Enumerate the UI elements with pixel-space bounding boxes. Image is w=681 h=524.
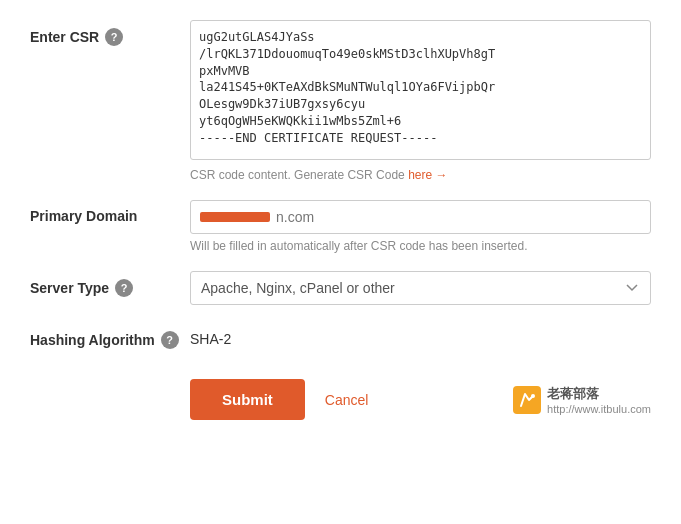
form-actions: Submit Cancel 老蒋部落 http://www.itbulu.com	[190, 379, 651, 420]
submit-button[interactable]: Submit	[190, 379, 305, 420]
csr-textarea[interactable]: ugG2utGLAS4JYaSs /lrQKL371DdouomuqTo49e0…	[190, 20, 651, 160]
server-type-help-icon[interactable]: ?	[115, 279, 133, 297]
csr-hint: CSR code content. Generate CSR Code here…	[190, 168, 651, 182]
server-type-label: Server Type	[30, 280, 109, 296]
server-type-select[interactable]: Apache, Nginx, cPanel or other IIS Other	[190, 271, 651, 305]
primary-domain-content: Will be filled in automatically after CS…	[190, 200, 651, 253]
primary-domain-label: Primary Domain	[30, 208, 137, 224]
hashing-algorithm-label-col: Hashing Algorithm ?	[30, 323, 190, 349]
watermark-text-block: 老蒋部落 http://www.itbulu.com	[547, 385, 651, 415]
primary-domain-hint: Will be filled in automatically after CS…	[190, 239, 651, 253]
server-type-content: Apache, Nginx, cPanel or other IIS Other	[190, 271, 651, 305]
enter-csr-label-col: Enter CSR ?	[30, 20, 190, 46]
enter-csr-label: Enter CSR	[30, 29, 99, 45]
watermark-icon	[513, 386, 541, 414]
form-container: Enter CSR ? ugG2utGLAS4JYaSs /lrQKL371Dd…	[0, 0, 681, 450]
domain-input-wrapper	[190, 200, 651, 234]
hashing-algorithm-label: Hashing Algorithm	[30, 332, 155, 348]
hashing-algorithm-help-icon[interactable]: ?	[161, 331, 179, 349]
enter-csr-content: ugG2utGLAS4JYaSs /lrQKL371DdouomuqTo49e0…	[190, 20, 651, 182]
server-type-row: Server Type ? Apache, Nginx, cPanel or o…	[30, 271, 651, 305]
svg-rect-0	[513, 386, 541, 414]
primary-domain-label-col: Primary Domain	[30, 200, 190, 224]
enter-csr-help-icon[interactable]: ?	[105, 28, 123, 46]
hashing-algorithm-row: Hashing Algorithm ? SHA-2	[30, 323, 651, 349]
primary-domain-row: Primary Domain Will be filled in automat…	[30, 200, 651, 253]
server-type-label-col: Server Type ?	[30, 271, 190, 297]
hashing-algorithm-value: SHA-2	[190, 323, 651, 347]
watermark: 老蒋部落 http://www.itbulu.com	[513, 385, 651, 415]
csr-hint-link[interactable]: here →	[408, 168, 447, 182]
cancel-link[interactable]: Cancel	[325, 392, 369, 408]
enter-csr-row: Enter CSR ? ugG2utGLAS4JYaSs /lrQKL371Dd…	[30, 20, 651, 182]
watermark-site-name: 老蒋部落	[547, 385, 651, 403]
svg-point-1	[531, 394, 535, 398]
watermark-site-url: http://www.itbulu.com	[547, 403, 651, 415]
hashing-algorithm-content: SHA-2	[190, 323, 651, 347]
domain-blur-overlay	[200, 212, 270, 222]
